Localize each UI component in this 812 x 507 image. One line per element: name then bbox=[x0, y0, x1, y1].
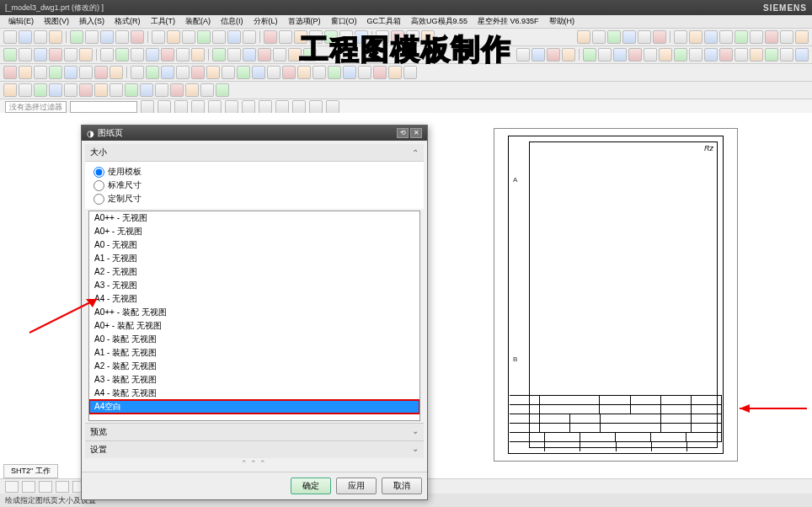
menu-item[interactable]: 分析(L) bbox=[248, 16, 283, 27]
menu-item[interactable]: 帮助(H) bbox=[544, 16, 580, 27]
toolbar-icon[interactable] bbox=[161, 66, 174, 79]
menu-item[interactable]: 窗口(O) bbox=[326, 16, 362, 27]
snap-icon[interactable] bbox=[259, 100, 272, 114]
menu-item[interactable]: 工具(T) bbox=[146, 16, 181, 27]
snap-icon[interactable] bbox=[292, 100, 306, 114]
toolbar-icon[interactable] bbox=[3, 30, 17, 44]
toolbar-icon[interactable] bbox=[19, 48, 32, 61]
toolbar-icon[interactable] bbox=[309, 30, 323, 44]
list-item[interactable]: A0+ - 装配 无视图 bbox=[89, 319, 419, 333]
snap-icon[interactable] bbox=[242, 100, 255, 114]
toolbar-icon[interactable] bbox=[243, 48, 256, 61]
toolbar-icon[interactable] bbox=[795, 48, 809, 61]
toolbar-icon[interactable] bbox=[313, 66, 326, 79]
toolbar-icon[interactable] bbox=[592, 30, 606, 44]
list-item[interactable]: A3 - 无视图 bbox=[89, 279, 419, 292]
toolbar-icon[interactable] bbox=[577, 30, 590, 44]
snap-icon[interactable] bbox=[141, 100, 154, 114]
toolbar-icon[interactable] bbox=[689, 30, 702, 44]
section-settings[interactable]: 设置 bbox=[85, 440, 424, 458]
toolbar-icon[interactable] bbox=[161, 48, 174, 61]
snap-icon[interactable] bbox=[174, 100, 188, 114]
toolbar-icon[interactable] bbox=[279, 30, 292, 44]
toolbar-icon[interactable] bbox=[3, 48, 17, 61]
toolbar-icon[interactable] bbox=[34, 83, 47, 97]
toolbar-icon[interactable] bbox=[780, 30, 793, 44]
list-item[interactable]: A0 - 无视图 bbox=[89, 238, 419, 252]
menu-item[interactable]: 插入(S) bbox=[74, 16, 110, 27]
template-listbox[interactable]: A0++ - 无视图 A0+ - 无视图 A0 - 无视图 A1 - 无视图 A… bbox=[88, 211, 420, 421]
list-item[interactable]: A1 - 装配 无视图 bbox=[89, 346, 419, 360]
toolbar-icon[interactable] bbox=[765, 48, 778, 61]
toolbar-icon[interactable] bbox=[258, 48, 271, 61]
toolbar-icon[interactable] bbox=[719, 48, 733, 61]
toolbar-icon[interactable] bbox=[146, 48, 159, 61]
snap-icon[interactable] bbox=[275, 100, 289, 114]
toolbar-icon[interactable] bbox=[94, 83, 108, 97]
toolbar-icon[interactable] bbox=[674, 48, 687, 61]
toolbar-icon[interactable] bbox=[100, 30, 114, 44]
toolbar-icon[interactable] bbox=[516, 48, 530, 61]
menu-item[interactable]: 装配(A) bbox=[180, 16, 216, 27]
ok-button[interactable]: 确定 bbox=[291, 478, 331, 494]
snap-icon[interactable] bbox=[158, 100, 171, 114]
list-item[interactable]: A2 - 装配 无视图 bbox=[89, 360, 419, 373]
toolbar-icon[interactable] bbox=[19, 30, 32, 44]
toolbar-icon[interactable] bbox=[288, 48, 302, 61]
toolbar-icon[interactable] bbox=[282, 66, 296, 79]
toolbar-icon[interactable] bbox=[115, 30, 129, 44]
toolbar-icon[interactable] bbox=[355, 30, 368, 44]
toolbar-icon[interactable] bbox=[212, 30, 226, 44]
list-item[interactable]: A2 - 无视图 bbox=[89, 265, 419, 279]
toolbar-icon[interactable] bbox=[659, 48, 672, 61]
toolbar-icon[interactable] bbox=[131, 48, 144, 61]
toolbar-icon[interactable] bbox=[391, 30, 404, 44]
filter-select[interactable]: 没有选择过滤器 bbox=[5, 101, 67, 113]
toolbar-icon[interactable] bbox=[170, 83, 184, 97]
toolbar-icon[interactable] bbox=[689, 48, 702, 61]
toolbar-icon[interactable] bbox=[216, 83, 229, 97]
toolbar-icon[interactable] bbox=[294, 30, 307, 44]
snap-icon[interactable] bbox=[309, 100, 323, 114]
menu-item[interactable]: 编辑(E) bbox=[3, 16, 39, 27]
apply-button[interactable]: 应用 bbox=[336, 478, 377, 494]
toolbar-icon[interactable] bbox=[185, 83, 199, 97]
drawing-preview[interactable]: Rz A B bbox=[494, 128, 738, 462]
snap-icon[interactable] bbox=[326, 100, 339, 114]
toolbar-icon[interactable] bbox=[85, 30, 99, 44]
status-icon[interactable] bbox=[56, 481, 69, 493]
status-icon[interactable] bbox=[39, 481, 52, 493]
menu-item[interactable]: 信息(I) bbox=[216, 16, 248, 27]
toolbar-icon[interactable] bbox=[622, 30, 636, 44]
toolbar-icon[interactable] bbox=[607, 30, 621, 44]
toolbar-icon[interactable] bbox=[339, 30, 353, 44]
toolbar-icon[interactable] bbox=[273, 48, 286, 61]
toolbar-icon[interactable] bbox=[598, 48, 612, 61]
toolbar-icon[interactable] bbox=[376, 30, 389, 44]
toolbar-icon[interactable] bbox=[613, 48, 627, 61]
toolbar-icon[interactable] bbox=[131, 30, 144, 44]
toolbar-icon[interactable] bbox=[222, 66, 235, 79]
toolbar-icon[interactable] bbox=[197, 30, 211, 44]
radio-use-template[interactable]: 使用模板 bbox=[93, 165, 415, 179]
toolbar-icon[interactable] bbox=[176, 48, 190, 61]
toolbar-icon[interactable] bbox=[206, 66, 220, 79]
toolbar-icon[interactable] bbox=[674, 30, 687, 44]
dialog-close-icon[interactable]: ✕ bbox=[410, 128, 422, 138]
toolbar-icon[interactable] bbox=[182, 30, 195, 44]
toolbar-icon[interactable] bbox=[795, 30, 809, 44]
list-item[interactable]: A4 - 无视图 bbox=[89, 292, 419, 306]
toolbar-icon[interactable] bbox=[64, 83, 77, 97]
toolbar-icon[interactable] bbox=[358, 66, 371, 79]
toolbar-icon[interactable] bbox=[3, 66, 17, 79]
toolbar-icon[interactable] bbox=[765, 30, 778, 44]
toolbar-icon[interactable] bbox=[628, 48, 642, 61]
toolbar-icon[interactable] bbox=[125, 83, 138, 97]
toolbar-icon[interactable] bbox=[34, 66, 47, 79]
toolbar-icon[interactable] bbox=[653, 30, 666, 44]
radio-custom[interactable]: 定制尺寸 bbox=[93, 192, 415, 205]
toolbar-icon[interactable] bbox=[562, 48, 575, 61]
toolbar-icon[interactable] bbox=[227, 48, 241, 61]
menu-item[interactable]: 首选项(P) bbox=[283, 16, 326, 27]
toolbar-icon[interactable] bbox=[94, 66, 108, 79]
